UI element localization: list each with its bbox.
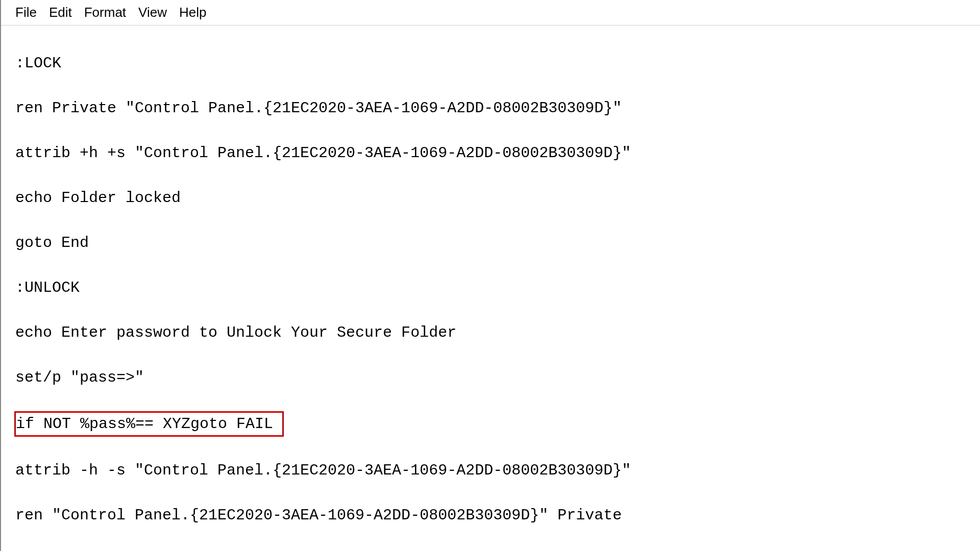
code-line: ren "Control Panel.{21EC2020-3AEA-1069-A… [15, 504, 980, 527]
menu-view[interactable]: View [138, 5, 167, 20]
code-line: attrib +h +s "Control Panel.{21EC2020-3A… [15, 142, 980, 164]
code-line-highlighted: if NOT %pass%== XYZgoto FAIL [15, 411, 980, 437]
code-line: ren Private "Control Panel.{21EC2020-3AE… [15, 97, 980, 119]
menu-edit[interactable]: Edit [49, 5, 72, 20]
code-line: :UNLOCK [15, 277, 980, 299]
code-line: echo Folder locked [15, 187, 980, 209]
menu-file[interactable]: File [15, 5, 37, 20]
menu-help[interactable]: Help [179, 5, 206, 20]
code-line: attrib -h -s "Control Panel.{21EC2020-3A… [15, 459, 980, 482]
menubar: File Edit Format View Help [1, 0, 980, 26]
code-line: echo Folder Unlocked successfully [15, 549, 980, 551]
highlight-box: if NOT %pass%== XYZgoto FAIL [14, 411, 284, 437]
text-editor-area[interactable]: :LOCK ren Private "Control Panel.{21EC20… [1, 26, 980, 551]
code-line: :LOCK [15, 52, 980, 74]
menu-format[interactable]: Format [84, 5, 126, 20]
code-line: set/p "pass=>" [15, 366, 980, 389]
code-line: goto End [15, 232, 980, 254]
code-line: echo Enter password to Unlock Your Secur… [15, 321, 980, 344]
